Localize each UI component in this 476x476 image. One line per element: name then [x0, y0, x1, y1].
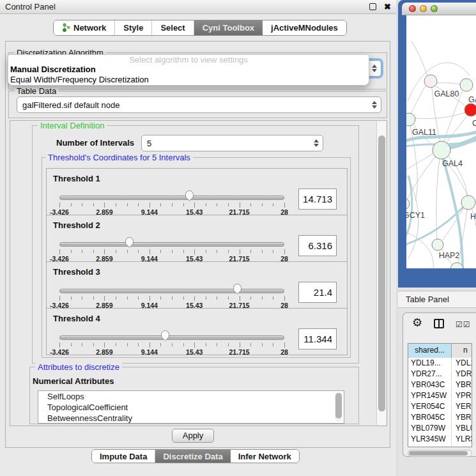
table-row[interactable]: YDR27...YDR2: [408, 369, 472, 380]
scrollbar-thumb[interactable]: [378, 135, 385, 411]
tab-network[interactable]: Network: [54, 20, 115, 35]
tab-style[interactable]: Style: [115, 20, 152, 35]
threshold-slider-track[interactable]: [59, 196, 284, 200]
tab-jactivemnodules-label: jActiveMNodules: [271, 23, 338, 33]
column-header-shared-name[interactable]: shared...: [408, 344, 452, 358]
table-panel-title: Table Panel: [406, 295, 449, 304]
combo-spinner-icon: [313, 139, 318, 147]
scrollbar-thumb[interactable]: [409, 451, 468, 456]
network-node-hap2[interactable]: [432, 239, 443, 250]
threshold-value-box[interactable]: 6.316: [298, 235, 337, 256]
thresholds-group-title: Threshold's Coordinates for 5 Intervals: [45, 153, 193, 162]
network-node-c[interactable]: [464, 104, 476, 116]
panel-scrollbar[interactable]: [376, 121, 386, 425]
table-select-checkboxes-icon[interactable]: ☑☑: [456, 320, 471, 329]
number-of-intervals-combobox[interactable]: 5: [141, 135, 323, 151]
tab-discretize-data-label: Discretize Data: [163, 452, 222, 461]
table-data-group-title: Table Data: [14, 86, 59, 96]
table-row[interactable]: YBR043CYBR0: [408, 380, 472, 390]
threshold-value-box[interactable]: 11.344: [298, 328, 337, 349]
threshold-slider-thumb[interactable]: [185, 190, 194, 202]
control-panel-titlebar: Control Panel ✖: [0, 0, 396, 14]
threshold-slider-track[interactable]: [59, 242, 284, 247]
close-window-icon[interactable]: ✖: [384, 3, 391, 10]
node-label: GCY1: [406, 211, 425, 220]
threshold-label: Threshold 3: [53, 267, 100, 277]
tab-impute-data-label: Impute Data: [100, 452, 147, 461]
tab-jactivemnodules[interactable]: jActiveMNodules: [263, 20, 346, 35]
node-label: C: [472, 119, 476, 128]
table-body: YDL19...YDL1YDR27...YDR2YBR043CYBR0YPR14…: [408, 358, 472, 447]
network-node-gal80[interactable]: [424, 75, 437, 88]
control-panel-tabs: Network Style Select Cyni Toolbox jActiv…: [53, 20, 347, 36]
tab-style-label: Style: [123, 23, 143, 33]
apply-button[interactable]: Apply: [172, 429, 214, 443]
attribute-list-item[interactable]: BetweennessCentrality: [38, 413, 344, 424]
node-label: H: [470, 212, 476, 221]
table-row[interactable]: YIL053CYIL0: [408, 445, 472, 447]
column-header-name[interactable]: n: [452, 344, 472, 358]
table-data-combobox[interactable]: galFiltered.sif default node: [17, 96, 381, 113]
scrollbar-thumb[interactable]: [335, 393, 342, 418]
network-icon: [62, 23, 70, 33]
tab-discretize-data[interactable]: Discretize Data: [155, 450, 230, 463]
threshold-slider-thumb[interactable]: [160, 330, 170, 342]
threshold-rows: Threshold 1 -3.4262.8599.14415.4321.7152…: [46, 169, 348, 355]
tab-infer-network[interactable]: Infer Network: [231, 450, 299, 463]
network-node-gal11[interactable]: [406, 113, 415, 126]
interval-definition-group: Interval Definition Number of Intervals …: [32, 125, 359, 364]
threshold-label: Threshold 2: [53, 220, 100, 230]
threshold-slider-track[interactable]: [59, 289, 284, 293]
thresholds-group: Threshold's Coordinates for 5 Intervals …: [42, 157, 351, 358]
network-node-ga[interactable]: [460, 79, 473, 91]
tab-select[interactable]: Select: [152, 20, 194, 35]
node-table-window: ⚙ ☑☑ shared... n YDL19...YDL1YDR27...YDR…: [403, 312, 476, 457]
attributes-list-scrollbar[interactable]: [335, 392, 342, 422]
network-canvas[interactable]: GAL80GACGAL11GAL4GCY1HHAP2: [406, 15, 476, 268]
table-row[interactable]: YPR145WYPR1: [408, 390, 472, 401]
table-row[interactable]: YER054CYER0: [408, 401, 472, 412]
threshold-slider-thumb[interactable]: [233, 283, 242, 295]
tab-impute-data[interactable]: Impute Data: [92, 450, 155, 463]
tab-cyni-toolbox[interactable]: Cyni Toolbox: [194, 20, 263, 35]
combo-spinner-icon: [371, 101, 376, 109]
network-node-gcy1[interactable]: [406, 198, 410, 210]
threshold-value-box[interactable]: 14.713: [298, 188, 337, 210]
table-panel-header: Table Panel: [398, 291, 476, 308]
threshold-slider-thumb[interactable]: [125, 236, 134, 249]
threshold-value-box[interactable]: 21.4: [298, 282, 337, 303]
algorithm-option-manual[interactable]: Manual Discretization: [8, 65, 369, 75]
attributes-group: Attributes to discretize Numerical Attri…: [29, 367, 359, 424]
node-table[interactable]: shared... n YDL19...YDL1YDR27...YDR2YBR0…: [408, 343, 472, 447]
table-horizontal-scrollbar[interactable]: [408, 450, 472, 457]
minimize-traffic-light-icon[interactable]: [420, 5, 427, 12]
attributes-group-title: Attributes to discretize: [35, 362, 122, 372]
threshold-row: Threshold 3 -3.4262.8599.14415.4321.7152…: [46, 261, 348, 309]
close-traffic-light-icon[interactable]: [409, 5, 416, 12]
float-window-icon[interactable]: [369, 3, 376, 10]
table-row[interactable]: YDL19...YDL1: [408, 358, 472, 369]
threshold-label: Threshold 4: [53, 314, 100, 323]
table-columns-icon[interactable]: [434, 319, 444, 328]
network-node-h[interactable]: [461, 196, 475, 210]
attribute-list-item[interactable]: TopologicalCoefficient: [38, 402, 344, 413]
table-settings-gear-icon[interactable]: ⚙: [412, 316, 422, 330]
numerical-attributes-label: Numerical Attributes: [33, 376, 114, 386]
table-row[interactable]: YLR345WYLR3: [408, 434, 472, 445]
attribute-list-item[interactable]: SelfLoops: [38, 391, 344, 402]
threshold-row: Threshold 2 -3.4262.8599.14415.4321.7152…: [46, 215, 348, 262]
network-node-gal4[interactable]: [433, 141, 450, 159]
zoom-traffic-light-icon[interactable]: [431, 5, 438, 12]
numerical-attributes-list[interactable]: SelfLoopsTopologicalCoefficientBetweenne…: [38, 390, 344, 424]
threshold-slider-track[interactable]: [59, 335, 284, 340]
tab-network-label: Network: [73, 23, 106, 33]
network-window-titlebar[interactable]: [402, 3, 476, 15]
app-root: Control Panel ✖ Network Style: [0, 0, 476, 476]
table-row[interactable]: YBL079WYBL0: [408, 423, 472, 434]
algorithm-option-equal-width[interactable]: Equal Width/Frequency Discretization: [8, 75, 369, 85]
number-of-intervals-value: 5: [147, 139, 151, 148]
algorithm-dropdown-popup: Select algorithm to view settings Manual…: [8, 54, 369, 86]
cyni-mode-tabs: Impute Data Discretize Data Infer Networ…: [91, 449, 300, 463]
table-row[interactable]: YBR045CYBR0: [408, 412, 472, 423]
interval-definition-group-title: Interval Definition: [38, 121, 107, 130]
